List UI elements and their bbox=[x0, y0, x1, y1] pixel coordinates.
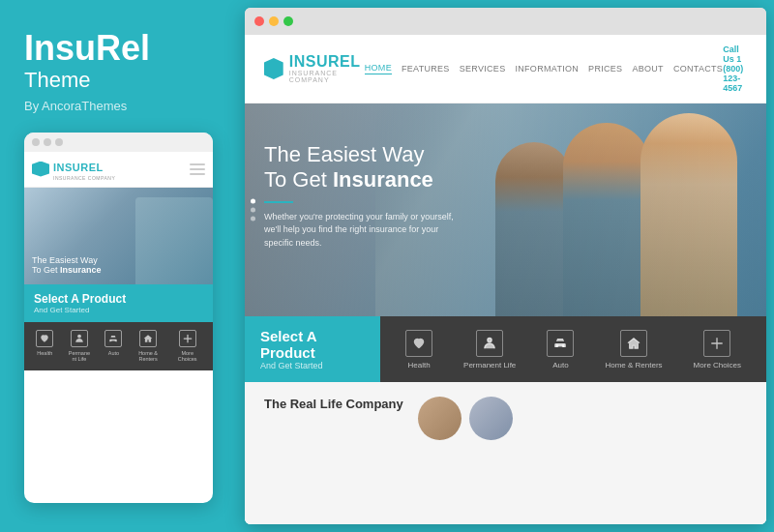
mobile-hero-figures bbox=[135, 197, 213, 284]
site-logo-name: INSUREL bbox=[289, 54, 365, 70]
mobile-dot-1 bbox=[32, 138, 40, 146]
auto-label: Auto bbox=[552, 361, 568, 369]
home-renters-label: Home & Renters bbox=[605, 361, 662, 369]
svg-point-5 bbox=[563, 344, 565, 346]
mobile-dot-3 bbox=[55, 138, 63, 146]
site-nav-phone: Call Us 1 (800) 123-4567 bbox=[723, 44, 747, 93]
list-item[interactable]: Auto bbox=[104, 330, 122, 357]
permanent-life-icon bbox=[71, 330, 88, 347]
bottom-avatars bbox=[418, 397, 513, 440]
svg-point-0 bbox=[77, 334, 81, 338]
browser-minimize-dot[interactable] bbox=[269, 16, 279, 26]
browser-close-dot[interactable] bbox=[254, 16, 264, 26]
product-permanent-life[interactable]: Permanent Life bbox=[463, 330, 516, 369]
more-choices-icon bbox=[703, 330, 730, 357]
svg-point-3 bbox=[488, 338, 491, 341]
avatar-1 bbox=[418, 397, 461, 440]
nav-link-home[interactable]: HOME bbox=[365, 63, 392, 74]
brand-author: By AncoraThemes bbox=[24, 99, 213, 113]
svg-point-4 bbox=[556, 344, 558, 346]
mobile-hero: The Easiest Way To Get Insurance bbox=[24, 188, 213, 284]
svg-point-1 bbox=[111, 340, 112, 340]
health-label: Health bbox=[37, 350, 52, 357]
avatar-2 bbox=[469, 397, 513, 440]
site-logo-text: INSUREL INSURANCE COMPANY bbox=[289, 54, 365, 83]
mobile-logo: INSUREL INSURANCE COMPANY bbox=[32, 158, 115, 181]
select-product-right: Health Permanent Life Auto bbox=[380, 316, 766, 382]
nav-link-prices[interactable]: PRICES bbox=[588, 64, 622, 74]
browser-maximize-dot[interactable] bbox=[283, 16, 293, 26]
more-choices-label: More Choices bbox=[694, 361, 741, 369]
mobile-nav: INSUREL INSURANCE COMPANY bbox=[24, 152, 213, 188]
health-icon bbox=[405, 330, 432, 357]
mobile-mockup: INSUREL INSURANCE COMPANY The Easiest Wa… bbox=[24, 133, 213, 503]
scroll-dots bbox=[251, 199, 255, 222]
site-nav-links: HOME FEATURES SERVICES INFORMATION PRICE… bbox=[365, 63, 723, 74]
mobile-sp-title: Select A Product bbox=[34, 292, 203, 306]
site-nav: INSUREL INSURANCE COMPANY HOME FEATURES … bbox=[245, 35, 766, 103]
more-choices-icon bbox=[179, 330, 196, 347]
svg-point-2 bbox=[115, 340, 116, 340]
more-choices-label: More Choices bbox=[174, 350, 201, 363]
nav-link-information[interactable]: INFORMATION bbox=[515, 64, 579, 74]
left-panel: InsuRel Theme By AncoraThemes INSUREL IN… bbox=[0, 0, 237, 532]
site-bottom: The Real Life Company bbox=[245, 382, 766, 524]
mobile-logo-tagline: INSURANCE COMPANY bbox=[53, 175, 115, 181]
mobile-hero-text: The Easiest Way To Get Insurance bbox=[32, 255, 102, 275]
mobile-select-product: Select A Product And Get Started bbox=[24, 284, 213, 322]
list-item[interactable]: Health bbox=[36, 330, 53, 357]
auto-icon bbox=[547, 330, 574, 357]
product-home-renters[interactable]: Home & Renters bbox=[605, 330, 662, 369]
mobile-top-bar bbox=[24, 133, 213, 152]
permanent-life-label: Permane nt Life bbox=[66, 350, 93, 363]
auto-icon bbox=[104, 330, 122, 347]
list-item[interactable]: Permane nt Life bbox=[66, 330, 93, 363]
list-item[interactable]: Home & Renters bbox=[134, 330, 162, 363]
product-health[interactable]: Health bbox=[405, 330, 432, 369]
nav-link-about[interactable]: ABOUT bbox=[632, 64, 664, 74]
mobile-logo-name: INSUREL bbox=[53, 162, 104, 173]
product-auto[interactable]: Auto bbox=[547, 330, 574, 369]
site-logo: INSUREL INSURANCE COMPANY bbox=[264, 54, 365, 83]
permanent-life-icon bbox=[476, 330, 503, 357]
home-renters-label: Home & Renters bbox=[134, 350, 162, 363]
health-icon bbox=[36, 330, 53, 347]
health-label: Health bbox=[407, 361, 430, 369]
site-logo-tagline: INSURANCE COMPANY bbox=[289, 70, 365, 83]
browser-content: INSUREL INSURANCE COMPANY HOME FEATURES … bbox=[245, 35, 766, 524]
hero-text: The Easiest WayTo Get Insurance Whether … bbox=[264, 142, 458, 250]
permanent-life-label: Permanent Life bbox=[463, 361, 516, 369]
nav-link-services[interactable]: SERVICES bbox=[460, 64, 506, 74]
brand-name: InsuRel bbox=[24, 29, 213, 68]
scroll-dot-1[interactable] bbox=[251, 199, 255, 204]
site-hero: The Easiest WayTo Get Insurance Whether … bbox=[245, 103, 766, 316]
hero-divider bbox=[264, 201, 293, 203]
hero-description: Whether you're protecting your family or… bbox=[264, 211, 458, 251]
bottom-heading: The Real Life Company bbox=[264, 397, 403, 411]
product-more-choices[interactable]: More Choices bbox=[694, 330, 741, 369]
hero-heading: The Easiest WayTo Get Insurance bbox=[264, 142, 458, 193]
auto-label: Auto bbox=[108, 350, 119, 357]
browser-top-bar bbox=[245, 8, 766, 35]
mobile-hero-line1: The Easiest Way bbox=[32, 255, 102, 265]
mobile-dot-2 bbox=[44, 138, 51, 146]
select-product-title: Select A Product bbox=[260, 328, 365, 361]
mobile-sp-sub: And Get Started bbox=[34, 306, 203, 314]
scroll-dot-2[interactable] bbox=[251, 208, 255, 213]
brand-subtitle: Theme bbox=[24, 68, 213, 93]
mobile-product-icons: Health Permane nt Life Auto Home & Rente… bbox=[24, 322, 213, 370]
list-item[interactable]: More Choices bbox=[174, 330, 201, 363]
home-renters-icon bbox=[139, 330, 157, 347]
select-product-subtitle: And Get Started bbox=[260, 361, 365, 370]
mobile-logo-icon bbox=[32, 162, 49, 177]
home-renters-icon bbox=[620, 330, 647, 357]
nav-link-contacts[interactable]: CONTACTS bbox=[673, 64, 723, 74]
select-product-bar: Select A Product And Get Started Health … bbox=[245, 316, 766, 382]
mobile-menu-icon[interactable] bbox=[190, 163, 205, 175]
bottom-text: The Real Life Company bbox=[264, 397, 403, 416]
browser-mockup: INSUREL INSURANCE COMPANY HOME FEATURES … bbox=[245, 8, 766, 524]
select-product-left: Select A Product And Get Started bbox=[245, 316, 380, 382]
scroll-dot-3[interactable] bbox=[251, 217, 255, 222]
nav-link-features[interactable]: FEATURES bbox=[402, 64, 450, 74]
site-logo-icon bbox=[264, 58, 283, 79]
